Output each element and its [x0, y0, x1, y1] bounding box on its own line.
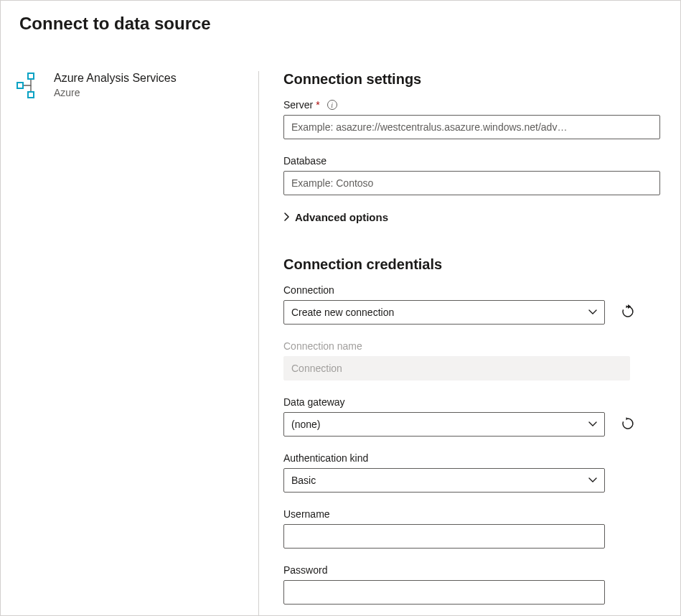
azure-analysis-services-icon: [17, 73, 44, 101]
connection-name-label: Connection name: [283, 340, 660, 352]
connection-credentials-heading: Connection credentials: [283, 256, 660, 273]
connection-name-input: [283, 356, 630, 381]
required-asterisk: *: [316, 99, 319, 111]
password-label: Password: [283, 564, 660, 576]
database-input[interactable]: [283, 171, 660, 195]
refresh-icon: [621, 304, 635, 321]
authentication-kind-label: Authentication kind: [283, 452, 660, 464]
svg-rect-5: [29, 93, 33, 97]
connection-select-value: Create new connection: [291, 307, 394, 318]
source-subtitle: Azure: [54, 87, 177, 98]
chevron-right-icon: [283, 211, 291, 223]
source-title: Azure Analysis Services: [54, 71, 177, 86]
connection-select[interactable]: Create new connection: [283, 300, 605, 325]
password-input[interactable]: [283, 580, 605, 605]
authentication-kind-select[interactable]: Basic: [283, 468, 605, 493]
svg-rect-3: [18, 83, 22, 88]
username-label: Username: [283, 508, 660, 520]
server-label-text: Server: [283, 99, 313, 111]
refresh-gateway-button[interactable]: [618, 414, 638, 436]
server-input[interactable]: [283, 115, 660, 139]
username-input[interactable]: [283, 524, 605, 549]
data-source-item[interactable]: Azure Analysis Services Azure: [17, 71, 258, 101]
connection-settings-heading: Connection settings: [283, 71, 660, 88]
authentication-kind-value: Basic: [291, 475, 316, 486]
server-label: Server * i: [283, 99, 660, 111]
refresh-icon: [621, 416, 635, 433]
database-label: Database: [283, 155, 660, 167]
svg-rect-1: [29, 74, 33, 78]
connection-label: Connection: [283, 284, 660, 296]
advanced-options-label: Advanced options: [295, 211, 388, 223]
page-title: Connect to data source: [1, 1, 680, 34]
data-gateway-select-value: (none): [291, 419, 320, 430]
data-gateway-select[interactable]: (none): [283, 412, 605, 437]
refresh-connection-button[interactable]: [618, 302, 638, 324]
info-icon[interactable]: i: [327, 100, 337, 110]
data-gateway-label: Data gateway: [283, 396, 660, 408]
advanced-options-toggle[interactable]: Advanced options: [283, 211, 660, 223]
